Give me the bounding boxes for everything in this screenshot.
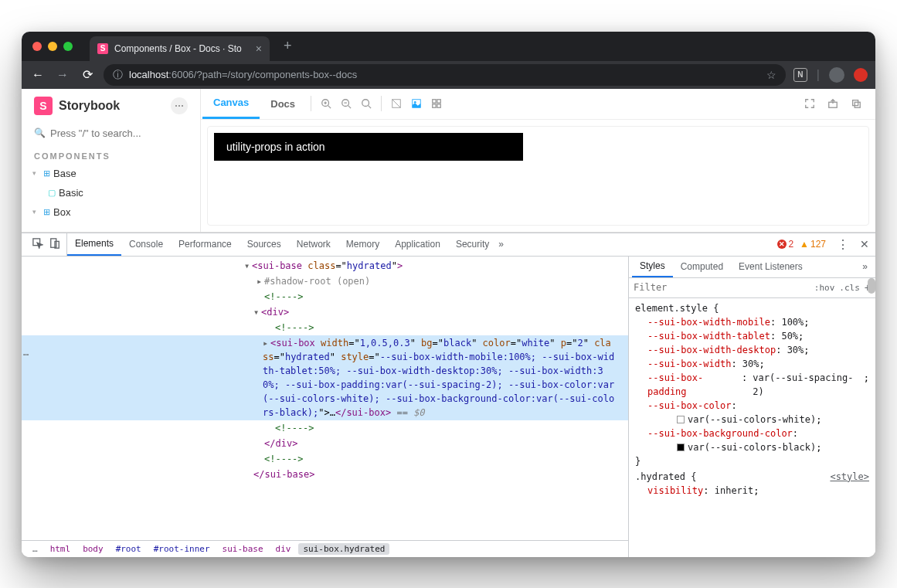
window-close-button[interactable] [32,42,42,51]
inspect-element-icon[interactable] [31,238,45,251]
devtools-close-icon[interactable]: ✕ [854,238,875,250]
storybook-search[interactable]: 🔍 [22,124,200,142]
styles-filter-input[interactable] [634,282,810,293]
component-icon: ⊞ [43,207,50,217]
styles-panel: Styles Computed Event Listeners » :hov .… [628,257,875,557]
crumb-item[interactable]: sui-base [218,543,268,555]
back-button[interactable]: ← [29,68,46,82]
dom-node[interactable]: ▾<sui-base class="hydrated"> [22,258,628,274]
dom-comment: <!----> [22,451,628,467]
more-styles-tabs-icon[interactable]: » [858,261,872,272]
breadcrumb: … html body #root #root-inner sui-base d… [22,540,628,557]
dom-comment: <!----> [22,289,628,304]
sidebar-item-label: Box [53,206,70,218]
sidebar-item-base[interactable]: ▾ ⊞ Base [22,165,200,182]
site-info-icon[interactable]: ⓘ [113,68,123,82]
extensions-row: N | [793,67,868,83]
forward-button[interactable]: → [54,68,71,82]
css-rules[interactable]: element.style { --sui-box-width-mobile: … [629,298,875,557]
svg-rect-12 [433,100,436,103]
sidebar-item-basic[interactable]: ▢ Basic [22,185,200,201]
devtools-tab-network[interactable]: Network [289,233,338,256]
browser-window: S Components / Box - Docs · Sto × + ← → … [22,32,875,557]
open-tab-icon[interactable] [823,93,843,114]
devtools-settings-icon[interactable]: ⋮ [832,237,854,252]
browser-toolbar: ← → ⟳ ⓘ localhost:6006/?path=/story/comp… [22,61,875,89]
hov-toggle-button[interactable]: :hov [814,283,835,293]
devtools-tab-elements[interactable]: Elements [67,233,121,256]
devtools-tab-security[interactable]: Security [448,233,497,256]
error-count[interactable]: ✕2 [777,239,793,250]
zoom-reset-icon[interactable] [356,93,376,114]
more-tabs-icon[interactable]: » [498,239,504,250]
devtools-tabs: Elements Console Performance Sources Net… [22,233,875,257]
dom-node[interactable]: </sui-base> [22,467,628,482]
dom-tree[interactable]: ⋯ ▾<sui-base class="hydrated"> ▸#shadow-… [22,257,628,540]
color-swatch-icon[interactable] [677,416,685,423]
grid-tool-icon[interactable] [406,93,426,114]
crumb-item[interactable]: sui-box.hydrated [298,543,389,555]
storybook-app: S Storybook ⋯ 🔍 COMPONENTS ▾ ⊞ Base ▢ Ba… [22,89,875,233]
zoom-in-icon[interactable] [316,93,336,114]
browser-tab[interactable]: S Components / Box - Docs · Sto × [90,36,270,61]
dom-node[interactable]: ▸#shadow-root (open) [22,274,628,289]
zoom-out-icon[interactable] [336,93,356,114]
error-icon: ✕ [777,240,787,249]
preview-sui-box: utility-props in action [214,133,523,161]
tab-docs[interactable]: Docs [260,89,306,119]
crumb-item[interactable]: #root-inner [149,543,215,555]
crumb-item[interactable]: … [28,543,42,555]
crumb-item[interactable]: body [78,543,108,555]
tab-close-icon[interactable]: × [256,42,262,55]
sidebar-item-box[interactable]: ▾ ⊞ Box [22,204,200,220]
reload-button[interactable]: ⟳ [79,67,96,82]
window-zoom-button[interactable] [63,42,73,51]
storybook-title: Storybook [59,99,120,113]
crumb-item[interactable]: html [46,543,76,555]
dom-node[interactable]: </div> [22,436,628,451]
chevron-down-icon: ▾ [32,169,40,177]
dom-comment: <!----> [22,420,628,436]
tab-canvas[interactable]: Canvas [202,89,260,119]
notion-extension-icon[interactable]: N [793,68,807,82]
address-bar[interactable]: ⓘ localhost:6006/?path=/story/components… [104,64,786,86]
svg-point-7 [362,100,369,107]
crumb-item[interactable]: #root [111,543,146,555]
dom-node[interactable]: ▾<div> [22,304,628,320]
search-input[interactable] [50,127,188,139]
background-tool-icon[interactable] [386,93,406,114]
component-icon: ⊞ [43,168,50,178]
sidebar-item-label: Base [53,168,76,179]
bookmark-icon[interactable]: ☆ [766,69,776,81]
device-toggle-icon[interactable] [48,238,62,251]
scrollbar-thumb[interactable] [868,278,875,294]
search-icon: 🔍 [34,127,46,138]
devtools-tab-console[interactable]: Console [121,233,171,256]
crumb-item[interactable]: div [271,543,296,555]
warning-count[interactable]: ▲127 [800,239,826,250]
storybook-menu-button[interactable]: ⋯ [171,97,188,114]
dom-node-selected[interactable]: ▸<sui-box width="1,0.5,0.3" bg="black" c… [22,335,628,420]
devtools-tab-sources[interactable]: Sources [240,233,289,256]
styles-tab-styles[interactable]: Styles [632,257,673,277]
svg-rect-17 [853,100,858,106]
storybook-main: Canvas Docs [201,89,875,232]
warning-icon: ▲ [800,239,809,250]
styles-tab-computed[interactable]: Computed [673,257,731,277]
devtools-tab-application[interactable]: Application [387,233,448,256]
color-swatch-icon[interactable] [677,444,685,451]
fullscreen-icon[interactable] [800,93,820,114]
window-minimize-button[interactable] [48,42,57,51]
styles-tab-event-listeners[interactable]: Event Listeners [731,257,810,277]
copy-link-icon[interactable] [846,93,866,114]
svg-rect-15 [437,104,440,107]
viewport-tool-icon[interactable] [426,93,447,114]
new-tab-button[interactable]: + [284,38,292,54]
profile-avatar-icon[interactable] [829,67,844,83]
extension-badge-icon[interactable] [854,68,868,82]
chevron-down-icon: ▾ [32,208,40,216]
cls-toggle-button[interactable]: .cls [839,283,860,293]
devtools-tab-memory[interactable]: Memory [338,233,387,256]
devtools-tab-performance[interactable]: Performance [171,233,240,256]
storybook-canvas: utility-props in action [201,120,875,232]
